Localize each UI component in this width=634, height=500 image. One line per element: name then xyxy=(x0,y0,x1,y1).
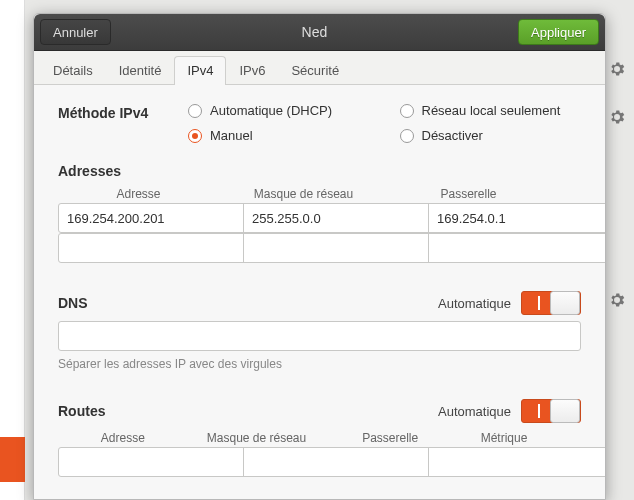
col-address: Adresse xyxy=(58,187,219,201)
ipv4-panel: Méthode IPv4 Automatique (DHCP) Réseau l… xyxy=(34,85,605,499)
radio-manual[interactable]: Manuel xyxy=(188,128,370,143)
gateway-input-1[interactable] xyxy=(428,233,605,263)
apply-button[interactable]: Appliquer xyxy=(518,19,599,45)
netmask-input-1[interactable] xyxy=(243,233,429,263)
route-gateway-0[interactable] xyxy=(428,447,605,477)
dns-hint: Séparer les adresses IP avec des virgule… xyxy=(58,357,581,371)
dns-heading: DNS xyxy=(58,295,88,311)
gear-icon[interactable] xyxy=(608,60,626,78)
col-netmask: Masque de réseau xyxy=(192,431,322,445)
gear-icon[interactable] xyxy=(608,108,626,126)
network-settings-dialog: Annuler Ned Appliquer Détails Identité I… xyxy=(33,13,606,500)
tab-strip: Détails Identité IPv4 IPv6 Sécurité xyxy=(34,51,605,85)
radio-link-local[interactable]: Réseau local seulement xyxy=(400,103,582,118)
dns-input[interactable] xyxy=(58,321,581,351)
address-input-1[interactable] xyxy=(58,233,244,263)
address-input-0[interactable] xyxy=(58,203,244,233)
dns-auto-toggle[interactable] xyxy=(521,291,581,315)
ipv4-method-label: Méthode IPv4 xyxy=(58,103,188,121)
tab-identity[interactable]: Identité xyxy=(106,56,175,85)
tab-ipv6[interactable]: IPv6 xyxy=(226,56,278,85)
routes-auto-toggle[interactable] xyxy=(521,399,581,423)
dns-auto-label: Automatique xyxy=(438,296,511,311)
gear-icon[interactable] xyxy=(608,291,626,309)
route-address-0[interactable] xyxy=(58,447,244,477)
netmask-input-0[interactable] xyxy=(243,203,429,233)
col-gateway: Passerelle xyxy=(325,431,455,445)
col-metric: Métrique xyxy=(459,431,549,445)
radio-auto-dhcp[interactable]: Automatique (DHCP) xyxy=(188,103,370,118)
radio-disable[interactable]: Désactiver xyxy=(400,128,582,143)
addresses-heading: Adresses xyxy=(58,163,581,179)
routes-heading: Routes xyxy=(58,403,105,419)
cancel-button[interactable]: Annuler xyxy=(40,19,111,45)
route-netmask-0[interactable] xyxy=(243,447,429,477)
gateway-input-0[interactable] xyxy=(428,203,605,233)
tab-ipv4[interactable]: IPv4 xyxy=(174,56,226,85)
dialog-title: Ned xyxy=(302,24,328,40)
col-netmask: Masque de réseau xyxy=(223,187,384,201)
col-gateway: Passerelle xyxy=(388,187,549,201)
tab-security[interactable]: Sécurité xyxy=(278,56,352,85)
routes-auto-label: Automatique xyxy=(438,404,511,419)
col-address: Adresse xyxy=(58,431,188,445)
tab-details[interactable]: Détails xyxy=(40,56,106,85)
titlebar: Annuler Ned Appliquer xyxy=(34,14,605,51)
